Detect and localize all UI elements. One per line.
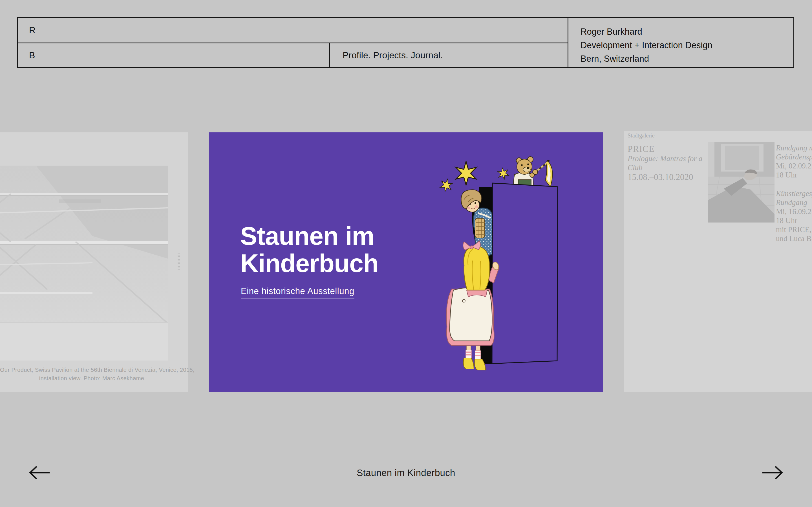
event-line: 18 Uhr [776, 216, 812, 225]
poster-subtitle-line-2: Club [627, 163, 708, 172]
event-line: und Luca Bo [776, 234, 812, 243]
logo-letter-r[interactable]: R [29, 25, 36, 36]
identity-box: Roger Burkhard Development + Interaction… [567, 18, 794, 67]
carousel-slide-active[interactable]: Staunen im Kinderbuch Eine historische A… [209, 132, 603, 392]
project-title-line-1: Staunen im [240, 223, 378, 250]
event-line: Rundgang m [776, 144, 812, 152]
poster-left-column: PRICE Prologue: Mantras for a Club 15.08… [627, 144, 708, 182]
logo-letter-b[interactable]: B [29, 50, 35, 61]
project-title-line-2: Kinderbuch [240, 250, 378, 277]
caption-line-1: nz, Our Product, Swiss Pavilion at the 5… [0, 365, 234, 374]
active-slide-caption: Staunen im Kinderbuch [0, 467, 812, 478]
identity-location: Bern, Switzerland [580, 52, 794, 66]
open-door [492, 183, 558, 363]
event-block-gap [776, 179, 812, 189]
carousel-slide-previous[interactable]: nz, Our Product, Swiss Pavilion at the 5… [0, 132, 188, 392]
site-header: R B Profile. Projects. Journal. Roger Bu… [17, 17, 794, 68]
caption-line-2: installation view. Photo: Marc Asekhame. [0, 374, 234, 383]
vertical-photo-credit [177, 253, 180, 270]
carousel-slide-next[interactable]: Stadtgalerie PRICE Prologue: Mantras for… [624, 131, 812, 392]
poster-subtitle-line-1: Prologue: Mantras for a [627, 154, 708, 163]
previous-slide-caption: nz, Our Product, Swiss Pavilion at the 5… [0, 365, 234, 383]
nav-cell: Profile. Projects. Journal. [330, 43, 567, 67]
identity-name: Roger Burkhard [580, 25, 794, 39]
event-line: Gebärdenspr [776, 152, 812, 161]
gallery-name: Stadtgalerie [627, 132, 655, 139]
event-line: mit PRICE, [776, 225, 812, 234]
exhibition-link[interactable]: Eine historische Ausstellung [241, 286, 354, 299]
poster-events-column: Rundgang m Gebärdenspr Mi, 02.09.2 18 Uh… [776, 144, 812, 243]
event-line: Rundgang [776, 198, 812, 207]
poster-artist: PRICE [627, 144, 708, 154]
main-nav-links[interactable]: Profile. Projects. Journal. [343, 50, 443, 61]
event-line: Mi, 16.09.2 [776, 207, 812, 216]
header-left-grid: R B Profile. Projects. Journal. [18, 18, 567, 67]
identity-role: Development + Interaction Design [580, 39, 794, 52]
project-title: Staunen im Kinderbuch [240, 223, 378, 277]
logo-row-r: R [18, 18, 567, 43]
event-line: Mi, 02.09.2 [776, 161, 812, 170]
gallery-installation-photo [0, 166, 168, 360]
next-arrow-icon[interactable] [761, 465, 784, 481]
event-line: Künstlergesp [776, 189, 812, 198]
poster-dates: 15.08.–03.10.2020 [627, 172, 708, 182]
event-line: 18 Uhr [776, 170, 812, 179]
logo-nav-row: B Profile. Projects. Journal. [18, 43, 567, 67]
logo-cell-b: B [18, 43, 330, 67]
poster-photo [708, 142, 774, 223]
